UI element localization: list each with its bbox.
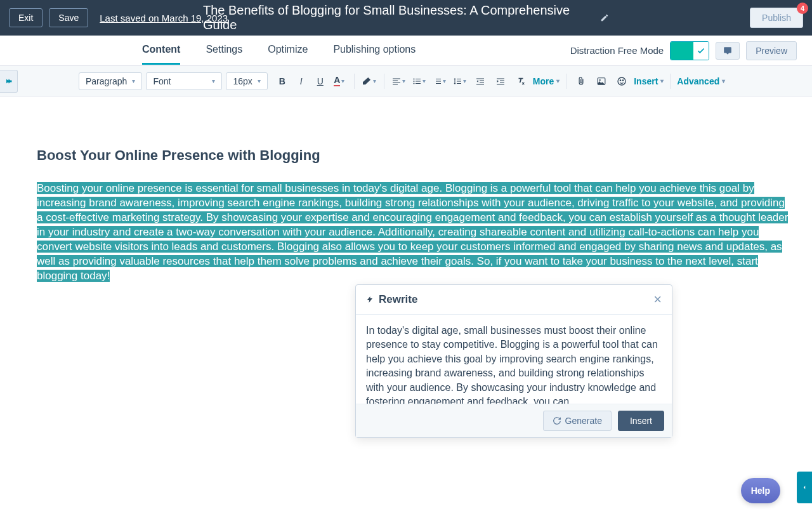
notification-badge: 4 (797, 3, 808, 14)
svg-rect-0 (393, 78, 400, 79)
svg-point-8 (414, 83, 415, 84)
sub-bar: Content Settings Optimize Publishing opt… (0, 36, 812, 66)
collapse-sidebar-icon[interactable] (0, 70, 18, 93)
toolbar-divider (670, 74, 671, 89)
highlight-icon[interactable]: ▾ (361, 73, 377, 89)
svg-rect-17 (480, 80, 484, 81)
svg-rect-5 (416, 79, 421, 79)
publish-button[interactable]: Publish (750, 8, 803, 28)
lightning-icon (366, 294, 374, 305)
bullet-list-icon[interactable]: ▾ (411, 73, 428, 89)
emoji-icon[interactable] (613, 73, 630, 89)
svg-rect-3 (393, 84, 398, 84)
font-value: Font (153, 76, 171, 86)
attachment-icon[interactable] (573, 73, 589, 89)
align-icon[interactable]: ▾ (391, 73, 407, 89)
svg-rect-18 (480, 82, 484, 83)
page-title: The Benefits of Blogging for Small Busin… (203, 3, 593, 32)
font-size-value: 16px (233, 76, 252, 86)
distraction-free-label: Distraction Free Mode (570, 45, 664, 56)
text-style-group: B I U A▾ (274, 73, 348, 89)
underline-icon[interactable]: U (312, 73, 329, 89)
edit-title-icon[interactable] (600, 13, 609, 22)
document-paragraph[interactable]: Boosting your online presence is essenti… (37, 182, 793, 284)
svg-rect-1 (393, 80, 398, 81)
svg-point-6 (414, 81, 415, 82)
text-color-icon[interactable]: A▾ (331, 73, 348, 89)
preview-button[interactable]: Preview (746, 41, 797, 60)
rewrite-footer: Generate Insert (356, 404, 672, 437)
svg-rect-20 (497, 78, 504, 79)
rewrite-header: Rewrite × (356, 285, 672, 315)
image-icon[interactable] (593, 73, 610, 89)
bold-icon[interactable]: B (274, 73, 291, 89)
svg-rect-2 (393, 82, 400, 83)
indent-icon[interactable] (492, 73, 509, 89)
paragraph-style-value: Paragraph (86, 76, 127, 86)
svg-point-28 (623, 80, 624, 81)
insert-button[interactable]: Insert (618, 411, 664, 431)
top-bar: Exit Save Last saved on March 19, 2023 T… (0, 0, 812, 36)
top-left-controls: Exit Save Last saved on March 19, 2023 (9, 8, 228, 27)
caret-icon: ▾ (212, 77, 215, 84)
svg-rect-19 (476, 84, 484, 84)
tab-publishing-options[interactable]: Publishing options (333, 36, 416, 65)
font-size-select[interactable]: 16px▾ (226, 72, 267, 90)
svg-rect-16 (476, 78, 484, 79)
svg-rect-9 (416, 83, 421, 84)
toolbar-divider (354, 74, 355, 89)
tab-optimize[interactable]: Optimize (268, 36, 308, 65)
svg-rect-21 (500, 80, 504, 81)
svg-rect-14 (457, 81, 461, 81)
tab-content[interactable]: Content (142, 36, 180, 65)
more-dropdown[interactable]: More▾ (533, 76, 560, 86)
toolbar-divider (566, 74, 566, 89)
rewrite-title: Rewrite (379, 293, 417, 306)
svg-point-27 (620, 80, 621, 81)
caret-icon: ▾ (132, 77, 135, 84)
toolbar-divider (384, 74, 384, 89)
line-height-icon[interactable]: ▾ (452, 73, 468, 89)
insert-dropdown[interactable]: Insert▾ (634, 76, 664, 86)
close-icon[interactable]: × (653, 293, 662, 307)
document-heading[interactable]: Boost Your Online Presence with Blogging (37, 147, 793, 164)
selected-text: Boosting your online presence is essenti… (37, 182, 788, 282)
caret-icon: ▾ (258, 77, 261, 84)
sub-bar-right: Distraction Free Mode Preview (570, 41, 797, 60)
svg-rect-10 (436, 79, 441, 79)
toggle-check-icon (693, 42, 709, 60)
numbered-list-icon[interactable]: ▾ (431, 73, 448, 89)
save-button[interactable]: Save (49, 8, 88, 27)
paragraph-style-select[interactable]: Paragraph▾ (79, 72, 142, 90)
exit-button[interactable]: Exit (9, 8, 43, 27)
italic-icon[interactable]: I (293, 73, 310, 89)
outdent-icon[interactable] (472, 73, 488, 89)
rewrite-suggestion-text: In today's digital age, small businesses… (356, 315, 672, 404)
svg-rect-12 (436, 83, 441, 84)
rewrite-panel: Rewrite × In today's digital age, small … (355, 284, 672, 438)
clear-formatting-icon[interactable] (513, 73, 529, 89)
comments-button[interactable] (716, 42, 740, 60)
svg-rect-22 (500, 82, 504, 83)
svg-point-26 (618, 77, 625, 85)
distraction-free-toggle[interactable] (670, 41, 709, 60)
title-area: The Benefits of Blogging for Small Busin… (203, 3, 609, 32)
svg-point-25 (599, 79, 601, 81)
top-right-controls: Publish 4 (750, 8, 803, 28)
svg-rect-13 (457, 79, 461, 79)
toggle-on-segment (671, 42, 693, 60)
editor-toolbar: Paragraph▾ Font▾ 16px▾ B I U A▾ ▾ ▾ ▾ ▾ … (0, 66, 812, 96)
tab-settings[interactable]: Settings (206, 36, 242, 65)
main-tabs: Content Settings Optimize Publishing opt… (142, 36, 416, 65)
svg-rect-11 (436, 81, 441, 81)
svg-rect-7 (416, 81, 421, 81)
side-panel-toggle[interactable] (797, 472, 812, 503)
svg-rect-15 (457, 83, 461, 84)
svg-point-4 (414, 78, 415, 79)
font-select[interactable]: Font▾ (146, 72, 222, 90)
generate-button[interactable]: Generate (543, 411, 612, 431)
help-button[interactable]: Help (741, 478, 780, 503)
svg-rect-23 (497, 84, 504, 84)
advanced-dropdown[interactable]: Advanced▾ (677, 76, 725, 86)
